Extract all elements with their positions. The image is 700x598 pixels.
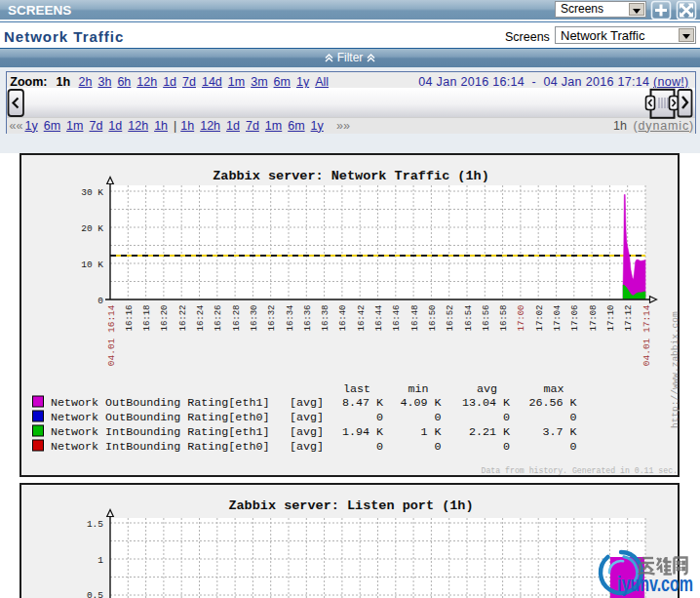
svg-text:0: 0 bbox=[569, 411, 576, 424]
svg-text:0: 0 bbox=[434, 411, 441, 424]
svg-text:Zabbix server: Network Traffic: Zabbix server: Network Traffic (1h) bbox=[213, 169, 489, 183]
svg-text:16:18: 16:18 bbox=[142, 305, 152, 332]
svg-text:26.56 K: 26.56 K bbox=[528, 396, 576, 410]
svg-text:16:28: 16:28 bbox=[232, 305, 242, 332]
svg-text:8.47 K: 8.47 K bbox=[342, 396, 383, 410]
svg-text:17:10: 17:10 bbox=[606, 305, 616, 332]
svg-text:20 K: 20 K bbox=[81, 223, 103, 234]
svg-text:0: 0 bbox=[97, 296, 103, 306]
svg-text:16:42: 16:42 bbox=[357, 305, 367, 332]
svg-text:30 K: 30 K bbox=[81, 187, 103, 198]
svg-text:1: 1 bbox=[97, 555, 103, 566]
svg-text:16:58: 16:58 bbox=[499, 305, 509, 332]
svg-text:[avg]: [avg] bbox=[290, 425, 324, 439]
svg-text:04.01 16:14: 04.01 16:14 bbox=[106, 304, 117, 366]
svg-text:[avg]: [avg] bbox=[290, 396, 324, 410]
svg-text:16:48: 16:48 bbox=[410, 305, 420, 332]
svg-text:Network IntBounding Rating[eth: Network IntBounding Rating[eth1] bbox=[51, 425, 269, 439]
svg-text:16:46: 16:46 bbox=[392, 305, 402, 332]
svg-text:10 K: 10 K bbox=[81, 259, 103, 270]
svg-text:4.09 K: 4.09 K bbox=[400, 396, 441, 410]
svg-text:iyunv.com: iyunv.com bbox=[617, 572, 693, 596]
svg-text:1 K: 1 K bbox=[420, 425, 441, 439]
svg-text:last: last bbox=[343, 382, 370, 396]
svg-text:17:00: 17:00 bbox=[517, 305, 526, 332]
svg-text:17:06: 17:06 bbox=[570, 305, 580, 332]
svg-text:16:24: 16:24 bbox=[196, 305, 206, 332]
svg-text:Data from history. Generated i: Data from history. Generated in 0.11 sec… bbox=[482, 466, 678, 475]
svg-text:16:50: 16:50 bbox=[428, 305, 438, 332]
svg-text:16:34: 16:34 bbox=[286, 305, 295, 332]
svg-text:max: max bbox=[543, 382, 564, 396]
svg-text:1.94 K: 1.94 K bbox=[342, 425, 383, 439]
svg-text:04.01 17:14: 04.01 17:14 bbox=[642, 304, 652, 366]
svg-text:16:40: 16:40 bbox=[338, 305, 348, 332]
svg-text:0: 0 bbox=[569, 440, 576, 454]
svg-text:Zabbix server: Listen port (1h: Zabbix server: Listen port (1h) bbox=[228, 498, 473, 513]
svg-text:Network OutBounding Rating[eth: Network OutBounding Rating[eth0] bbox=[51, 411, 269, 424]
svg-text:17:02: 17:02 bbox=[535, 305, 545, 332]
svg-text:16:22: 16:22 bbox=[178, 305, 188, 332]
svg-text:0: 0 bbox=[434, 440, 441, 454]
svg-text:0: 0 bbox=[376, 440, 383, 454]
svg-text:16:52: 16:52 bbox=[446, 305, 455, 332]
svg-text:16:32: 16:32 bbox=[267, 305, 277, 332]
svg-text:avg: avg bbox=[477, 382, 497, 396]
svg-text:16:16: 16:16 bbox=[125, 305, 135, 332]
svg-text:16:20: 16:20 bbox=[160, 305, 170, 332]
svg-text:16:56: 16:56 bbox=[482, 305, 491, 332]
svg-text:2.21 K: 2.21 K bbox=[469, 425, 510, 439]
svg-text:16:30: 16:30 bbox=[250, 305, 259, 332]
svg-text:0: 0 bbox=[503, 411, 510, 424]
svg-text:17:08: 17:08 bbox=[589, 305, 599, 332]
svg-text:13.04 K: 13.04 K bbox=[462, 396, 510, 410]
svg-text:min: min bbox=[408, 382, 428, 396]
svg-text:16:44: 16:44 bbox=[374, 305, 384, 332]
svg-text:16:36: 16:36 bbox=[303, 305, 313, 332]
svg-text:1.5: 1.5 bbox=[87, 519, 103, 530]
svg-text:[avg]: [avg] bbox=[290, 440, 324, 454]
svg-text:16:54: 16:54 bbox=[464, 305, 474, 332]
svg-text:Network IntBounding Rating[eth: Network IntBounding Rating[eth0] bbox=[51, 440, 269, 454]
svg-text:17:04: 17:04 bbox=[553, 305, 563, 332]
svg-text:0: 0 bbox=[503, 440, 510, 454]
svg-text:3.7 K: 3.7 K bbox=[542, 425, 576, 439]
svg-text:0.5: 0.5 bbox=[87, 590, 103, 598]
svg-text:Network OutBounding Rating[eth: Network OutBounding Rating[eth1] bbox=[51, 396, 269, 410]
svg-text:16:38: 16:38 bbox=[321, 305, 331, 332]
svg-text:16:26: 16:26 bbox=[214, 305, 223, 332]
svg-text:http://www.zabbix.com: http://www.zabbix.com bbox=[670, 311, 680, 428]
svg-text:[avg]: [avg] bbox=[290, 411, 324, 424]
svg-text:0: 0 bbox=[376, 411, 383, 424]
svg-text:17:12: 17:12 bbox=[624, 305, 634, 332]
